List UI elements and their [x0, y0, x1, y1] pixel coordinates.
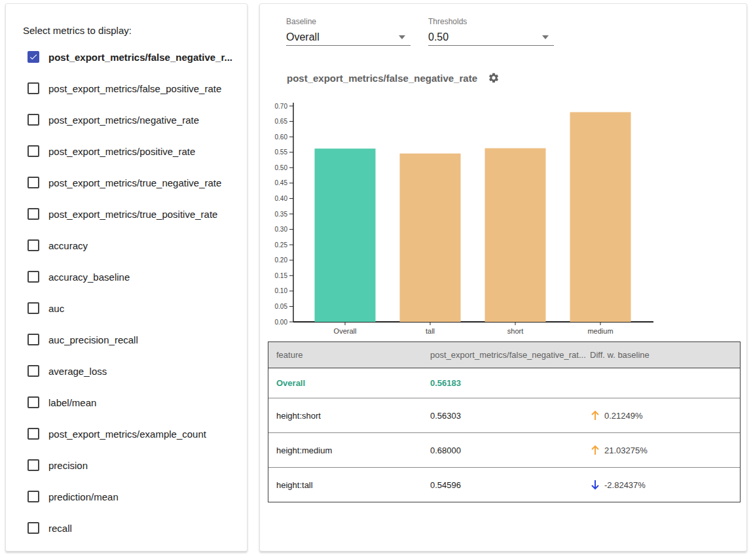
metric-value-cell: 0.68000 [430, 446, 586, 455]
feature-cell: height:medium [268, 446, 430, 455]
diff-cell: -2.82437% [586, 479, 740, 491]
feature-cell: Overall [268, 378, 430, 388]
table-header-cell: feature [268, 350, 430, 360]
thresholds-value-row[interactable]: 0.50 [428, 29, 554, 46]
table-header-cell: Diff. w. baseline [586, 350, 740, 360]
checkbox-unchecked[interactable] [27, 522, 39, 534]
metric-label: auc_precision_recall [48, 334, 138, 345]
chevron-down-icon [399, 35, 405, 39]
thresholds-label: Thresholds [428, 17, 554, 26]
thresholds-select[interactable]: Thresholds 0.50 [428, 17, 554, 46]
metrics-table: featurepost_export_metrics/false_negativ… [268, 341, 741, 502]
svg-text:0.70: 0.70 [275, 103, 288, 110]
metric-label: accuracy [48, 240, 88, 251]
chart-bar-medium[interactable] [570, 112, 631, 322]
arrow-up-icon [590, 444, 600, 456]
metric-label: label/mean [48, 397, 96, 408]
metric-checkbox-item[interactable]: auc [6, 292, 247, 324]
table-row[interactable]: height:medium0.6800021.03275% [268, 432, 740, 467]
metric-list: post_export_metrics/false_negative_r...p… [6, 41, 247, 544]
svg-text:0.50: 0.50 [275, 164, 288, 171]
baseline-select[interactable]: Baseline Overall [286, 17, 411, 46]
metric-checkbox-item[interactable]: post_export_metrics/example_count [6, 418, 247, 449]
chart-bar-tall[interactable] [400, 154, 461, 322]
checkbox-unchecked[interactable] [27, 145, 39, 157]
svg-text:0.45: 0.45 [275, 179, 288, 186]
checkbox-checked[interactable] [27, 51, 39, 63]
metric-label: accuracy_baseline [48, 271, 130, 283]
x-tick-label: medium [587, 327, 613, 335]
arrow-up-icon [590, 444, 600, 456]
metric-label: post_export_metrics/false_negative_r... [48, 52, 232, 63]
table-header-row: featurepost_export_metrics/false_negativ… [268, 342, 740, 368]
metric-checkbox-item[interactable]: auc_precision_recall [6, 324, 247, 355]
metric-label: auc [48, 303, 64, 314]
metric-checkbox-item[interactable]: post_export_metrics/false_positive_rate [6, 73, 247, 104]
feature-cell: height:short [268, 411, 430, 421]
checkbox-unchecked[interactable] [27, 365, 39, 377]
thresholds-value: 0.50 [428, 31, 449, 43]
checkbox-unchecked[interactable] [27, 114, 39, 126]
diff-percentage: 21.03275% [604, 446, 648, 455]
check-icon [29, 52, 38, 61]
svg-text:0.15: 0.15 [275, 272, 288, 279]
metric-checkbox-item[interactable]: recall [6, 512, 247, 544]
metric-checkbox-item[interactable]: average_loss [6, 355, 247, 387]
metric-label: post_export_metrics/example_count [48, 429, 206, 440]
metric-checkbox-item[interactable]: precision [6, 449, 247, 481]
checkbox-unchecked[interactable] [27, 396, 39, 408]
checkbox-unchecked[interactable] [27, 491, 39, 502]
main-panel: Baseline Overall Thresholds 0.50 post_ex… [259, 3, 747, 551]
metric-checkbox-item[interactable]: prediction/mean [6, 481, 247, 512]
metric-label: post_export_metrics/false_positive_rate [48, 83, 221, 94]
svg-text:0.40: 0.40 [275, 195, 288, 202]
metric-checkbox-item[interactable]: post_export_metrics/positive_rate [6, 135, 247, 167]
svg-text:0.20: 0.20 [275, 256, 288, 264]
svg-text:0.55: 0.55 [275, 149, 288, 156]
x-tick-label: short [507, 327, 523, 335]
checkbox-unchecked[interactable] [27, 428, 39, 440]
metrics-sidebar: Select metrics to display: post_export_m… [5, 3, 247, 551]
svg-text:0.05: 0.05 [275, 303, 288, 310]
table-row[interactable]: height:tall0.54596-2.82437% [268, 467, 740, 502]
diff-percentage: 0.21249% [604, 411, 643, 421]
chart-header: post_export_metrics/false_negative_rate [287, 72, 500, 84]
baseline-value-row[interactable]: Overall [286, 29, 411, 46]
metric-label: average_loss [48, 366, 107, 377]
x-tick-label: Overall [334, 327, 357, 335]
checkbox-unchecked[interactable] [27, 334, 39, 345]
checkbox-unchecked[interactable] [27, 459, 39, 471]
checkbox-unchecked[interactable] [27, 239, 39, 251]
table-header-cell: post_export_metrics/false_negative_rat..… [430, 350, 586, 360]
metric-checkbox-item[interactable]: post_export_metrics/negative_rate [6, 104, 247, 135]
metric-label: precision [48, 460, 88, 471]
checkbox-unchecked[interactable] [27, 82, 39, 94]
gear-icon[interactable] [488, 72, 500, 84]
metric-value-cell: 0.56183 [430, 378, 586, 388]
chart-bar-short[interactable] [485, 149, 546, 322]
checkbox-unchecked[interactable] [27, 271, 39, 283]
x-tick-label: tall [426, 327, 435, 335]
metric-checkbox-item[interactable]: accuracy_baseline [6, 261, 247, 292]
metric-checkbox-item[interactable]: accuracy [6, 230, 247, 261]
chart-bar-overall[interactable] [315, 149, 376, 322]
metric-label: post_export_metrics/negative_rate [48, 114, 199, 126]
metric-checkbox-item[interactable]: label/mean [6, 387, 247, 418]
chevron-down-icon [542, 35, 549, 39]
diff-percentage: -2.82437% [604, 480, 646, 490]
baseline-value: Overall [286, 31, 320, 43]
metric-checkbox-item[interactable]: post_export_metrics/true_positive_rate [6, 198, 247, 230]
feature-cell: height:tall [268, 480, 430, 490]
table-row[interactable]: Overall0.56183 [268, 368, 740, 398]
bar-chart: 0.000.050.100.150.200.250.300.350.400.45… [260, 96, 672, 341]
baseline-label: Baseline [286, 17, 411, 26]
table-row[interactable]: height:short0.563030.21249% [268, 398, 740, 432]
metric-checkbox-item[interactable]: post_export_metrics/true_negative_rate [6, 167, 247, 198]
metric-checkbox-item[interactable]: post_export_metrics/false_negative_r... [6, 41, 247, 73]
metric-label: post_export_metrics/true_positive_rate [48, 209, 217, 220]
checkbox-unchecked[interactable] [27, 302, 39, 314]
metric-value-cell: 0.56303 [430, 411, 586, 421]
svg-text:0.30: 0.30 [275, 226, 288, 233]
checkbox-unchecked[interactable] [27, 177, 39, 188]
checkbox-unchecked[interactable] [27, 208, 39, 220]
